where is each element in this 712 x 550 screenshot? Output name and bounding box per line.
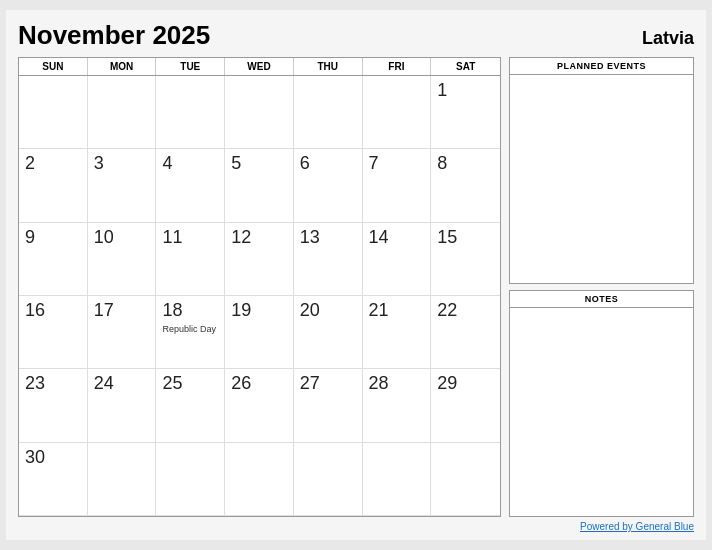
day-cell: 4 (156, 149, 225, 222)
day-cell: 6 (294, 149, 363, 222)
day-number: 13 (300, 227, 320, 249)
days-grid: 123456789101112131415161718Republic Day1… (19, 76, 500, 516)
day-cell: 26 (225, 369, 294, 442)
day-cell: 17 (88, 296, 157, 369)
footer: Powered by General Blue (18, 521, 694, 532)
day-cell: 25 (156, 369, 225, 442)
country-name: Latvia (642, 28, 694, 49)
day-number: 14 (369, 227, 389, 249)
day-cell: 18Republic Day (156, 296, 225, 369)
day-cell (156, 443, 225, 516)
day-header-thu: THU (294, 58, 363, 75)
header-row: November 2025 Latvia (18, 20, 694, 51)
day-cell: 3 (88, 149, 157, 222)
notes-section: NOTES (509, 290, 694, 517)
day-cell: 2 (19, 149, 88, 222)
day-cell: 20 (294, 296, 363, 369)
day-cell: 30 (19, 443, 88, 516)
day-cell: 29 (431, 369, 500, 442)
day-cell (88, 76, 157, 149)
day-cell: 15 (431, 223, 500, 296)
day-cell: 27 (294, 369, 363, 442)
main-content: SUNMONTUEWEDTHUFRISAT 123456789101112131… (18, 57, 694, 517)
day-number: 1 (437, 80, 447, 102)
day-number: 4 (162, 153, 172, 175)
day-header-tue: TUE (156, 58, 225, 75)
day-header-sat: SAT (431, 58, 500, 75)
day-cell: 5 (225, 149, 294, 222)
day-cell (88, 443, 157, 516)
general-blue-link[interactable]: Powered by General Blue (580, 521, 694, 532)
day-cell (363, 76, 432, 149)
calendar-title: November 2025 (18, 20, 210, 51)
day-cell (225, 76, 294, 149)
calendar-grid-area: SUNMONTUEWEDTHUFRISAT 123456789101112131… (18, 57, 501, 517)
day-cell: 7 (363, 149, 432, 222)
day-number: 25 (162, 373, 182, 395)
day-headers: SUNMONTUEWEDTHUFRISAT (19, 58, 500, 76)
day-number: 11 (162, 227, 182, 249)
day-cell: 14 (363, 223, 432, 296)
day-number: 7 (369, 153, 379, 175)
event-label: Republic Day (162, 324, 216, 335)
day-number: 17 (94, 300, 114, 322)
day-number: 12 (231, 227, 251, 249)
day-cell: 13 (294, 223, 363, 296)
day-cell: 28 (363, 369, 432, 442)
day-cell: 21 (363, 296, 432, 369)
day-cell: 12 (225, 223, 294, 296)
day-number: 22 (437, 300, 457, 322)
planned-events-content (510, 75, 693, 283)
day-header-wed: WED (225, 58, 294, 75)
day-number: 9 (25, 227, 35, 249)
day-cell (294, 76, 363, 149)
day-number: 5 (231, 153, 241, 175)
notes-content (510, 308, 693, 516)
day-cell: 10 (88, 223, 157, 296)
day-number: 23 (25, 373, 45, 395)
calendar-wrapper: November 2025 Latvia SUNMONTUEWEDTHUFRIS… (6, 10, 706, 540)
day-number: 2 (25, 153, 35, 175)
day-cell (156, 76, 225, 149)
day-number: 24 (94, 373, 114, 395)
day-header-fri: FRI (363, 58, 432, 75)
day-number: 26 (231, 373, 251, 395)
day-number: 30 (25, 447, 45, 469)
day-cell: 9 (19, 223, 88, 296)
day-number: 21 (369, 300, 389, 322)
day-cell: 11 (156, 223, 225, 296)
day-number: 27 (300, 373, 320, 395)
day-number: 19 (231, 300, 251, 322)
notes-header: NOTES (510, 291, 693, 308)
day-number: 20 (300, 300, 320, 322)
day-cell: 22 (431, 296, 500, 369)
day-number: 16 (25, 300, 45, 322)
day-number: 15 (437, 227, 457, 249)
day-number: 29 (437, 373, 457, 395)
day-cell: 19 (225, 296, 294, 369)
day-number: 6 (300, 153, 310, 175)
day-cell: 24 (88, 369, 157, 442)
sidebar: PLANNED EVENTS NOTES (509, 57, 694, 517)
day-number: 10 (94, 227, 114, 249)
day-cell: 23 (19, 369, 88, 442)
day-number: 18 (162, 300, 182, 322)
day-cell (363, 443, 432, 516)
planned-events-header: PLANNED EVENTS (510, 58, 693, 75)
day-number: 3 (94, 153, 104, 175)
day-header-sun: SUN (19, 58, 88, 75)
day-cell: 16 (19, 296, 88, 369)
day-cell: 1 (431, 76, 500, 149)
day-cell (19, 76, 88, 149)
day-cell (294, 443, 363, 516)
day-cell (431, 443, 500, 516)
day-cell: 8 (431, 149, 500, 222)
day-header-mon: MON (88, 58, 157, 75)
day-number: 8 (437, 153, 447, 175)
planned-events-section: PLANNED EVENTS (509, 57, 694, 284)
day-number: 28 (369, 373, 389, 395)
day-cell (225, 443, 294, 516)
